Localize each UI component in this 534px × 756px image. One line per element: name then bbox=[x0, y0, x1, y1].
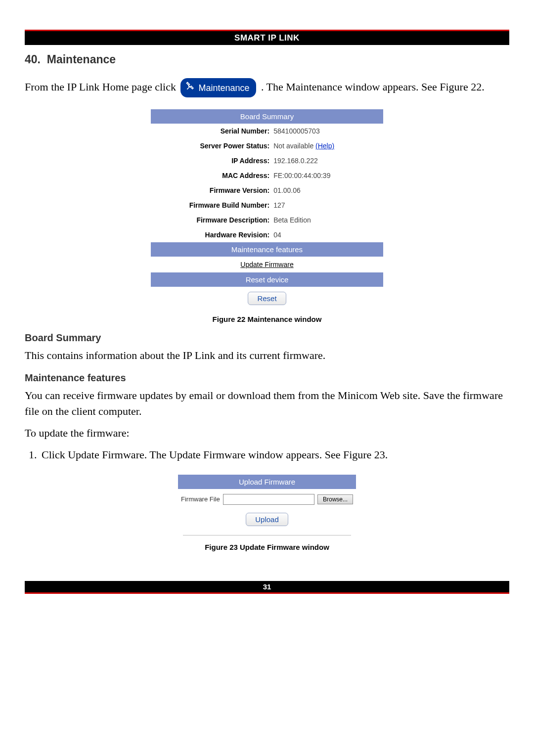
kv-label: Serial Number: bbox=[151, 127, 273, 135]
tools-icon bbox=[185, 81, 195, 94]
kv-label: Firmware Version: bbox=[151, 186, 273, 194]
kv-value: Beta Edition bbox=[273, 216, 383, 224]
kv-row: Hardware Revision: 04 bbox=[151, 227, 383, 242]
kv-value: 127 bbox=[273, 201, 383, 209]
intro-text-after: . The Maintenance window appears. See Fi… bbox=[261, 81, 485, 93]
maintenance-button-label: Maintenance bbox=[198, 82, 249, 94]
upload-button[interactable]: Upload bbox=[246, 513, 288, 526]
update-step-1: Click Update Firmware. The Update Firmwa… bbox=[40, 447, 509, 463]
kv-row: Firmware Build Number: 127 bbox=[151, 198, 383, 213]
maintenance-window: Board Summary Serial Number: 58410000570… bbox=[151, 109, 383, 310]
kv-label: MAC Address: bbox=[151, 172, 273, 179]
kv-value: Not available (Help) bbox=[273, 142, 383, 150]
kv-value: 01.00.06 bbox=[273, 186, 383, 194]
upload-file-row: Firmware File Browse... bbox=[178, 489, 356, 510]
upload-action-row: Upload bbox=[178, 510, 356, 533]
doc-header-title: SMART IP LINK bbox=[234, 33, 300, 43]
kv-value: 04 bbox=[273, 231, 383, 239]
kv-row: Firmware Version: 01.00.06 bbox=[151, 183, 383, 198]
page-number: 31 bbox=[263, 582, 271, 591]
figure-22-caption: Figure 22 Maintenance window bbox=[25, 315, 509, 323]
kv-label: Firmware Build Number: bbox=[151, 201, 273, 209]
section-number: 40. bbox=[25, 53, 41, 66]
figure-23: Upload Firmware Firmware File Browse... … bbox=[25, 475, 509, 538]
upload-divider bbox=[183, 535, 351, 535]
browse-button[interactable]: Browse... bbox=[317, 494, 353, 504]
firmware-file-input[interactable] bbox=[223, 494, 314, 505]
kv-value: FE:00:00:44:00:39 bbox=[273, 172, 383, 179]
board-summary-text: This contains information about the IP L… bbox=[25, 348, 509, 363]
doc-header-bar: SMART IP LINK bbox=[25, 30, 509, 45]
intro-text-before: From the IP Link Home page click bbox=[25, 81, 178, 93]
reset-row: Reset bbox=[151, 287, 383, 310]
help-link[interactable]: (Help) bbox=[315, 142, 334, 150]
kv-label: Server Power Status: bbox=[151, 142, 273, 150]
board-summary-header: Board Summary bbox=[151, 109, 383, 124]
maintenance-button[interactable]: Maintenance bbox=[180, 78, 256, 97]
upload-firmware-header: Upload Firmware bbox=[178, 475, 356, 489]
figure-23-caption: Figure 23 Update Firmware window bbox=[25, 543, 509, 551]
kv-value: 192.168.0.222 bbox=[273, 157, 383, 165]
kv-value: 584100005703 bbox=[273, 127, 383, 135]
kv-row: Serial Number: 584100005703 bbox=[151, 124, 383, 138]
reset-button[interactable]: Reset bbox=[248, 292, 286, 305]
section-heading: 40. Maintenance bbox=[25, 53, 509, 66]
section-title: Maintenance bbox=[47, 53, 116, 66]
firmware-file-label: Firmware File bbox=[181, 495, 220, 503]
board-summary-heading: Board Summary bbox=[25, 332, 509, 344]
to-update-text: To update the firmware: bbox=[25, 425, 509, 441]
update-steps-list: Click Update Firmware. The Update Firmwa… bbox=[25, 447, 509, 463]
kv-label: Firmware Description: bbox=[151, 216, 273, 224]
update-firmware-link[interactable]: Update Firmware bbox=[151, 257, 383, 272]
kv-row: Server Power Status: Not available (Help… bbox=[151, 138, 383, 153]
doc-footer-bar: 31 bbox=[25, 581, 509, 594]
power-status-value: Not available bbox=[273, 142, 313, 150]
maintenance-features-heading: Maintenance features bbox=[25, 372, 509, 384]
kv-row: MAC Address: FE:00:00:44:00:39 bbox=[151, 168, 383, 183]
kv-row: IP Address: 192.168.0.222 bbox=[151, 153, 383, 168]
kv-row: Firmware Description: Beta Edition bbox=[151, 213, 383, 227]
reset-device-header: Reset device bbox=[151, 272, 383, 287]
intro-paragraph: From the IP Link Home page click Mainten… bbox=[25, 78, 509, 97]
kv-label: Hardware Revision: bbox=[151, 231, 273, 239]
upload-firmware-window: Upload Firmware Firmware File Browse... … bbox=[178, 475, 356, 535]
kv-label: IP Address: bbox=[151, 157, 273, 165]
maintenance-features-text: You can receive firmware updates by emai… bbox=[25, 388, 509, 419]
maintenance-features-header: Maintenance features bbox=[151, 242, 383, 257]
figure-22: Board Summary Serial Number: 58410000570… bbox=[25, 109, 509, 310]
